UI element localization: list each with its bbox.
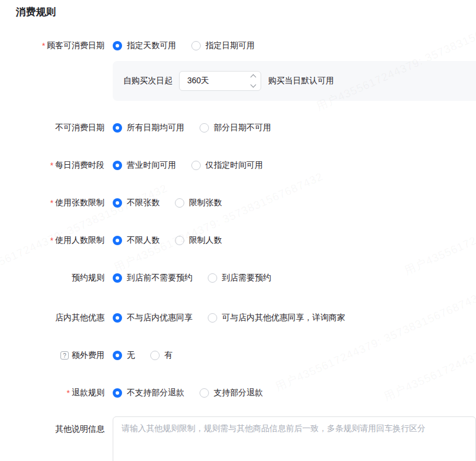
field-label-text: 预约规则 (72, 273, 104, 283)
radio-option-label: 限制张数 (189, 198, 222, 208)
radio-option-label: 有 (164, 350, 173, 361)
field-label-text: 顾客可消费日期 (47, 40, 104, 51)
radio-option-other-store-discount-0[interactable]: 不与店内优惠同享 (113, 313, 193, 323)
radio-unselected-icon (200, 123, 209, 133)
radio-option-other-store-discount-1[interactable]: 可与店内其他优惠同享，详询商家 (208, 313, 345, 323)
radio-unselected-icon (175, 236, 184, 245)
required-asterisk: * (67, 388, 70, 398)
radio-option-label: 指定天数可用 (127, 40, 176, 51)
radio-option-refund-rule-1[interactable]: 支持部分退款 (200, 388, 263, 398)
radio-unselected-icon (175, 198, 184, 208)
radio-group-reservation-rule: 到店前不需要预约到店需要预约 (113, 273, 286, 283)
radio-option-daily-consume-time-0[interactable]: 营业时间可用 (113, 160, 176, 171)
field-row-customer-consume-date: *顾客可消费日期指定天数可用指定日期可用 (0, 40, 476, 52)
radio-option-label: 所有日期均可用 (127, 123, 184, 133)
field-label-text: 不可消费日期 (55, 123, 104, 133)
field-label-text: 额外费用 (72, 350, 104, 361)
field-label-other-store-discount: 店内其他优惠 (0, 313, 104, 323)
radio-option-customer-consume-date-1[interactable]: 指定日期可用 (191, 40, 255, 51)
field-row-unavailable-date: 不可消费日期所有日期均可用部分日期不可用 (0, 122, 476, 134)
radio-option-unavailable-date-1[interactable]: 部分日期不可用 (200, 123, 271, 133)
radio-option-label: 不与店内优惠同享 (127, 313, 193, 323)
radio-option-daily-consume-time-1[interactable]: 仅指定时间可用 (191, 160, 263, 171)
field-row-other-store-discount: 店内其他优惠不与店内优惠同享可与店内其他优惠同享，详询商家 (0, 312, 476, 324)
field-label-extra-fee: ?额外费用 (0, 350, 104, 361)
field-row-usage-sheet-limit: *使用张数限制不限张数限制张数 (0, 197, 476, 209)
radio-unselected-icon (150, 351, 160, 360)
radio-option-label: 指定日期可用 (205, 40, 255, 51)
radio-selected-icon (113, 313, 122, 323)
page-title: 消费规则 (0, 0, 476, 19)
radio-selected-icon (113, 123, 122, 133)
radio-group-other-store-discount: 不与店内优惠同享可与店内其他优惠同享，详询商家 (113, 313, 360, 323)
radio-unselected-icon (208, 273, 217, 283)
radio-option-extra-fee-1[interactable]: 有 (150, 350, 173, 361)
field-row-extra-fee: ?额外费用无有 (0, 350, 476, 361)
field-label-usage-sheet-limit: *使用张数限制 (0, 198, 104, 208)
consume-rules-form: *顾客可消费日期指定天数可用指定日期可用自购买次日起购买当日默认可用不可消费日期… (0, 40, 476, 461)
field-row-reservation-rule: 预约规则到店前不需要预约到店需要预约 (0, 272, 476, 284)
radio-option-label: 不限人数 (127, 235, 160, 246)
radio-selected-icon (113, 161, 122, 170)
other-info-label-text: 其他说明信息 (55, 424, 104, 435)
field-label-text: 使用张数限制 (55, 198, 104, 208)
radio-unselected-icon (208, 313, 217, 323)
field-row-usage-people-limit: *使用人数限制不限人数限制人数 (0, 235, 476, 246)
radio-option-usage-people-limit-1[interactable]: 限制人数 (175, 235, 222, 246)
radio-option-label: 部分日期不可用 (214, 123, 271, 133)
radio-selected-icon (113, 236, 122, 245)
radio-option-label: 不限张数 (127, 198, 160, 208)
field-label-text: 店内其他优惠 (55, 313, 104, 323)
number-stepper (251, 72, 255, 90)
radio-selected-icon (113, 41, 122, 50)
radio-selected-icon (113, 351, 122, 360)
radio-unselected-icon (191, 41, 201, 50)
radio-option-usage-sheet-limit-1[interactable]: 限制张数 (175, 198, 222, 208)
required-asterisk: * (42, 41, 45, 50)
radio-option-reservation-rule-1[interactable]: 到店需要预约 (208, 273, 271, 283)
valid-days-prefix-label: 自购买次日起 (123, 76, 173, 86)
days-number-input (179, 71, 261, 91)
radio-group-unavailable-date: 所有日期均可用部分日期不可用 (113, 123, 286, 133)
radio-group-customer-consume-date: 指定天数可用指定日期可用 (113, 40, 270, 51)
radio-group-usage-sheet-limit: 不限张数限制张数 (113, 198, 237, 208)
field-label-text: 退款规则 (72, 388, 104, 398)
radio-option-label: 支持部分退款 (214, 388, 263, 398)
valid-days-suffix-label: 购买当日默认可用 (268, 76, 334, 86)
radio-option-usage-sheet-limit-0[interactable]: 不限张数 (113, 198, 160, 208)
radio-option-usage-people-limit-0[interactable]: 不限人数 (113, 235, 160, 246)
radio-option-refund-rule-0[interactable]: 不支持部分退款 (113, 388, 184, 398)
required-asterisk: * (50, 161, 53, 170)
help-icon[interactable]: ? (60, 351, 69, 360)
radio-option-extra-fee-0[interactable]: 无 (113, 350, 135, 361)
days-input-field[interactable] (180, 76, 244, 86)
radio-option-label: 到店前不需要预约 (127, 273, 193, 283)
radio-option-label: 仅指定时间可用 (205, 160, 263, 171)
other-info-row: 其他说明信息 (0, 416, 476, 461)
stepper-down-icon[interactable] (251, 82, 256, 88)
radio-option-unavailable-date-0[interactable]: 所有日期均可用 (113, 123, 184, 133)
radio-selected-icon (113, 273, 122, 283)
required-asterisk: * (50, 198, 53, 208)
radio-option-label: 到店需要预约 (222, 273, 271, 283)
radio-group-usage-people-limit: 不限人数限制人数 (113, 235, 237, 246)
field-label-refund-rule: *退款规则 (0, 388, 104, 398)
field-row-daily-consume-time: *每日消费时段营业时间可用仅指定时间可用 (0, 160, 476, 171)
radio-option-label: 可与店内其他优惠同享，详询商家 (222, 313, 345, 323)
consume-rules-page: 用户4355617244379: 3573831567687432用户43556… (0, 0, 476, 461)
radio-group-daily-consume-time: 营业时间可用仅指定时间可用 (113, 160, 278, 171)
radio-option-reservation-rule-0[interactable]: 到店前不需要预约 (113, 273, 193, 283)
radio-option-label: 不支持部分退款 (127, 388, 184, 398)
radio-selected-icon (113, 198, 122, 208)
radio-unselected-icon (200, 388, 209, 398)
radio-selected-icon (113, 388, 122, 398)
radio-option-label: 营业时间可用 (127, 160, 176, 171)
stepper-up-icon[interactable] (251, 74, 256, 80)
other-info-textarea[interactable] (113, 416, 476, 461)
radio-option-label: 无 (127, 350, 135, 361)
field-label-reservation-rule: 预约规则 (0, 273, 104, 283)
radio-option-customer-consume-date-0[interactable]: 指定天数可用 (113, 40, 176, 51)
required-asterisk: * (50, 236, 53, 245)
field-label-customer-consume-date: *顾客可消费日期 (0, 40, 104, 51)
radio-unselected-icon (191, 161, 201, 170)
